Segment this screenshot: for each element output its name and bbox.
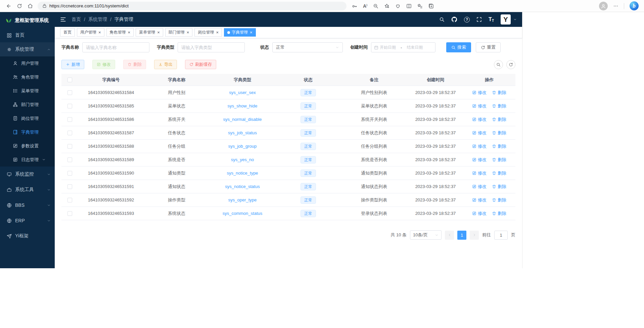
favorites-icon[interactable]: [417, 3, 423, 9]
tab-dict[interactable]: 字典管理×: [224, 28, 256, 37]
dict-type-link[interactable]: sys_show_hide: [228, 103, 258, 108]
tab-roles[interactable]: 角色管理×: [106, 28, 134, 37]
sidebar-item-depts[interactable]: 部门管理: [0, 98, 55, 111]
row-edit-link[interactable]: 修改: [472, 130, 487, 136]
profile-avatar[interactable]: [599, 2, 608, 10]
row-edit-link[interactable]: 修改: [472, 143, 487, 149]
search-button[interactable]: 搜索: [446, 42, 471, 52]
tab-depts[interactable]: 部门管理×: [165, 28, 193, 37]
site-info-icon[interactable]: [42, 4, 47, 8]
row-edit-link[interactable]: 修改: [472, 157, 487, 163]
sidebar-item-menus[interactable]: 菜单管理: [0, 84, 55, 98]
dict-type-link[interactable]: sys_job_group: [228, 144, 257, 149]
delete-button[interactable]: 删除: [123, 60, 146, 69]
app-logo[interactable]: 意框架管理系统: [0, 12, 55, 28]
font-size-icon[interactable]: TT: [489, 16, 494, 22]
read-aloud-icon[interactable]: A): [363, 3, 367, 9]
dict-type-link[interactable]: sys_notice_status: [225, 184, 260, 189]
sidebar-item-monitor[interactable]: 系统监控: [0, 167, 55, 182]
row-edit-link[interactable]: 修改: [472, 197, 487, 203]
row-checkbox[interactable]: [67, 157, 72, 162]
home-icon[interactable]: [25, 1, 36, 11]
key-icon[interactable]: [352, 3, 357, 9]
sidebar-item-home[interactable]: 首页: [0, 28, 55, 42]
row-edit-link[interactable]: 修改: [472, 184, 487, 190]
sidebar-item-system[interactable]: 系统管理: [0, 42, 55, 56]
edit-button[interactable]: 修改: [92, 60, 115, 69]
sidebar-item-roles[interactable]: 角色管理: [0, 70, 55, 84]
row-delete-link[interactable]: 删除: [492, 157, 506, 163]
sidebar-item-erp[interactable]: ERP: [0, 213, 55, 228]
help-icon[interactable]: ?: [464, 17, 470, 22]
sidebar-item-users[interactable]: 用户管理: [0, 56, 55, 70]
select-all-checkbox[interactable]: [67, 78, 72, 82]
add-button[interactable]: 新增: [61, 60, 84, 69]
back-icon[interactable]: [3, 1, 14, 11]
sidebar-item-posts[interactable]: 岗位管理: [0, 111, 55, 125]
row-checkbox[interactable]: [67, 90, 72, 95]
row-checkbox[interactable]: [67, 184, 72, 189]
row-checkbox[interactable]: [67, 144, 72, 149]
sidebar-item-dict[interactable]: 字典管理: [0, 125, 55, 139]
row-checkbox[interactable]: [67, 104, 72, 108]
status-select[interactable]: 正常: [272, 42, 343, 52]
row-edit-link[interactable]: 修改: [472, 103, 487, 109]
refresh-icon[interactable]: [14, 1, 25, 11]
page-size-select[interactable]: 10条/页: [410, 230, 442, 240]
close-tab-icon[interactable]: ×: [157, 30, 160, 35]
add-favorite-icon[interactable]: [384, 3, 389, 9]
split-screen-icon[interactable]: [406, 3, 412, 9]
breadcrumb-system[interactable]: 系统管理: [88, 16, 107, 22]
sidebar-item-tools[interactable]: 系统工具: [0, 182, 55, 197]
dict-name-input[interactable]: [82, 42, 149, 52]
row-delete-link[interactable]: 删除: [492, 90, 506, 96]
zoom-icon[interactable]: [373, 3, 378, 9]
dict-type-link[interactable]: sys_yes_no: [231, 157, 254, 162]
dict-type-link[interactable]: sys_oper_type: [228, 197, 257, 202]
row-edit-link[interactable]: 修改: [472, 90, 487, 96]
more-icon[interactable]: [613, 3, 618, 9]
date-range-picker[interactable]: -: [371, 42, 435, 52]
collections-icon[interactable]: [428, 3, 434, 9]
tab-posts[interactable]: 岗位管理×: [194, 28, 222, 37]
row-checkbox[interactable]: [67, 171, 72, 176]
fullscreen-icon[interactable]: [476, 17, 482, 22]
row-checkbox[interactable]: [67, 198, 72, 202]
row-checkbox[interactable]: [67, 117, 72, 122]
breadcrumb-home[interactable]: 首页: [72, 16, 81, 22]
row-delete-link[interactable]: 删除: [492, 103, 506, 109]
sidebar-toggle[interactable]: [60, 16, 66, 22]
close-tab-icon[interactable]: ×: [250, 30, 252, 35]
close-tab-icon[interactable]: ×: [187, 30, 189, 35]
dict-type-link[interactable]: sys_common_status: [223, 211, 263, 216]
sidebar-item-logs[interactable]: 日志管理: [0, 153, 55, 167]
tab-home[interactable]: 首页: [60, 28, 75, 37]
tab-menus[interactable]: 菜单管理×: [136, 28, 163, 37]
dict-type-link[interactable]: sys_user_sex: [229, 90, 256, 95]
prev-page-button[interactable]: [445, 231, 454, 240]
current-page-button[interactable]: 1: [457, 231, 466, 240]
reset-button[interactable]: 重置: [476, 42, 501, 52]
sidebar-item-bbs[interactable]: BBS: [0, 197, 55, 213]
dict-type-link[interactable]: sys_notice_type: [227, 171, 258, 176]
row-checkbox[interactable]: [67, 211, 72, 216]
toggle-search-icon[interactable]: [494, 60, 503, 69]
start-date-input[interactable]: [380, 45, 399, 50]
refresh-cache-button[interactable]: 刷新缓存: [185, 60, 216, 69]
row-delete-link[interactable]: 删除: [492, 116, 506, 123]
sidebar-item-yi-framework[interactable]: Yi框架: [0, 228, 55, 244]
dict-type-link[interactable]: sys_job_status: [228, 130, 257, 135]
row-delete-link[interactable]: 删除: [492, 143, 506, 149]
row-checkbox[interactable]: [67, 131, 72, 135]
header-search-icon[interactable]: [439, 17, 445, 22]
close-tab-icon[interactable]: ×: [216, 30, 219, 35]
close-tab-icon[interactable]: ×: [98, 30, 101, 35]
caret-down-icon[interactable]: [513, 18, 517, 21]
address-bar[interactable]: https://ccnetcore.com:1101/system/dict: [38, 2, 347, 10]
refresh-table-icon[interactable]: [506, 60, 515, 69]
dict-type-input[interactable]: [178, 42, 245, 52]
copilot-icon[interactable]: b: [630, 1, 639, 10]
github-icon[interactable]: [451, 16, 457, 22]
user-logo[interactable]: Y: [501, 14, 511, 25]
end-date-input[interactable]: [403, 45, 423, 50]
